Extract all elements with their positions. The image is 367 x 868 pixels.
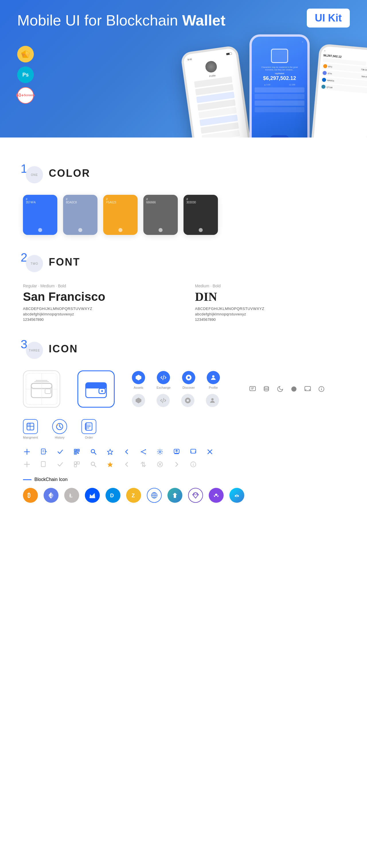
discover-svg-gray <box>185 397 191 404</box>
wallet-filled-svg <box>85 380 108 399</box>
crypto-row: ₿ Ł D Z <box>23 488 344 503</box>
phone-wallet: + Characters may be mastered in the grea… <box>250 34 310 137</box>
chat-icon <box>249 385 257 393</box>
lattice-icon <box>147 488 162 503</box>
svg-marker-103 <box>173 493 177 498</box>
hero-title: Mobile UI for Blockchain Wallet <box>17 11 350 29</box>
message-icon <box>304 385 312 393</box>
lisk-icon <box>167 488 182 503</box>
exchange-svg-gray <box>160 397 167 404</box>
svg-line-50 <box>46 451 47 452</box>
assets-svg-gray <box>135 397 142 404</box>
screens-badge: 60+ Screens <box>17 87 34 104</box>
bottom-nav-row: Mangment History <box>23 419 344 439</box>
svg-line-60 <box>94 453 96 454</box>
star-icon-orange <box>106 460 114 468</box>
color-section-num: 1 ONE <box>23 163 43 183</box>
dash-icon: D <box>106 488 120 503</box>
svg-marker-93 <box>49 492 51 496</box>
nav-icon-assets-gray <box>132 394 145 407</box>
svg-marker-92 <box>51 492 54 496</box>
color-num-label: ONE <box>31 173 38 177</box>
svg-rect-55 <box>78 450 79 451</box>
blockchain-text: BlockChain Icon <box>34 477 68 482</box>
svg-rect-56 <box>75 453 76 454</box>
font-sf-nums: 1234567890 <box>23 317 172 322</box>
font-section-num: 2 TWO <box>23 252 43 272</box>
svg-point-90 <box>193 463 194 464</box>
discover-icon-circle-gray <box>181 394 194 407</box>
svg-text:Ł: Ł <box>69 493 73 498</box>
management-svg <box>26 422 35 431</box>
icon-section-title: ICON <box>49 343 78 355</box>
nav-icons-gray <box>132 394 220 407</box>
hero-title-bold: Wallet <box>182 12 225 29</box>
color-dot-gray <box>159 228 163 232</box>
ps-badge: Ps <box>17 66 34 83</box>
arrows-icon-gray <box>139 460 147 468</box>
order-nav-icon: Order <box>81 419 96 439</box>
svg-marker-16 <box>136 375 141 380</box>
fonts-row: Regular · Medium · Bold San Francisco AB… <box>23 284 344 322</box>
assets-svg <box>135 374 142 381</box>
sketch-badge <box>17 46 34 62</box>
svg-line-66 <box>142 452 145 454</box>
order-label: Order <box>85 436 93 439</box>
svg-marker-20 <box>136 398 141 403</box>
svg-point-62 <box>145 449 146 450</box>
small-icons-row-1 <box>249 385 326 393</box>
document-icon-gray <box>39 460 48 468</box>
order-icon-box <box>81 419 96 434</box>
color-hex-gray: #666666 <box>146 198 175 204</box>
shapeshift-icon <box>229 488 244 503</box>
small-icons-col <box>249 385 326 393</box>
font-din-nums: 1234567890 <box>195 317 344 322</box>
upload-icon <box>173 448 181 456</box>
blockchain-line <box>23 479 32 480</box>
star-icon <box>106 448 114 456</box>
svg-marker-61 <box>108 449 113 455</box>
phones-container: 9:41 Profile + <box>186 34 367 137</box>
svg-line-39 <box>60 427 61 428</box>
exchange-icon-circle-gray <box>157 394 170 407</box>
profile-svg <box>210 374 217 381</box>
svg-rect-58 <box>77 452 78 453</box>
color-section-title: COLOR <box>49 167 90 179</box>
color-dot-orange <box>118 228 122 232</box>
hero-title-text: Mobile UI for Blockchain <box>17 12 182 29</box>
document-icon <box>39 448 48 456</box>
color-card-blue: #3574FA <box>23 195 57 235</box>
font-sf-upper: ABCDEFGHIJKLMNOPQRSTUVWXYZ <box>23 307 172 311</box>
small-icons-row-gray <box>23 460 344 468</box>
profile-svg-gray <box>209 397 216 404</box>
exchange-label: Exchange <box>157 386 171 389</box>
nav-icon-profile-gray <box>206 394 219 407</box>
svg-point-18 <box>188 376 190 379</box>
svg-rect-24 <box>250 386 255 391</box>
discover-svg <box>185 374 192 381</box>
profile-label: Profile <box>209 386 218 389</box>
assets-icon-circle <box>132 371 145 384</box>
font-din-upper: ABCDEFGHIJKLMNOPQRSTUVWXYZ <box>195 307 344 311</box>
ethereum-svg <box>47 491 55 499</box>
svg-text:Z: Z <box>132 493 135 498</box>
exchange-icon-circle <box>157 371 170 384</box>
discover-icon-circle <box>182 371 195 384</box>
history-label: History <box>55 436 64 439</box>
exchange-svg <box>160 374 167 381</box>
history-svg <box>55 422 64 431</box>
svg-point-15 <box>101 390 103 392</box>
nav-icons-filled: Assets Exchange <box>132 371 220 389</box>
settings-icon <box>156 448 164 456</box>
search-icon-gray <box>89 460 97 468</box>
color-section-header: 1 ONE COLOR <box>23 163 344 183</box>
plus-icon-gray <box>23 460 31 468</box>
nav-icon-discover-gray <box>181 394 194 407</box>
discover-label: Discover <box>182 386 195 389</box>
svg-rect-78 <box>77 462 79 464</box>
check-icon <box>56 448 64 456</box>
main-content: 1 ONE COLOR #3574FA #8DA0C8 #F5A623 #666… <box>0 137 367 520</box>
icon-num-label: THREE <box>29 349 40 352</box>
waves-icon <box>85 488 100 503</box>
history-icon-box <box>52 419 67 434</box>
